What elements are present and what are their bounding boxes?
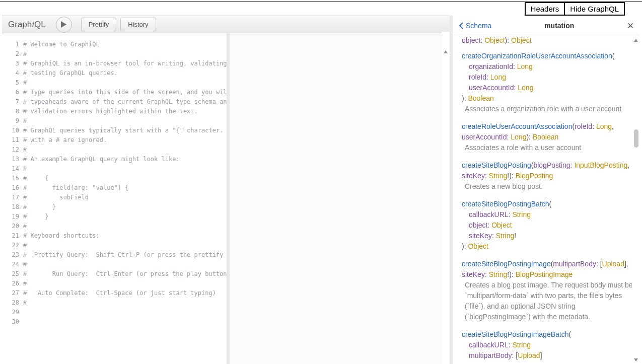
execute-button[interactable] xyxy=(56,17,72,33)
doc-field-desc: Creates a blog post image. The request b… xyxy=(462,280,633,322)
doc-scrollbar[interactable] xyxy=(632,36,640,364)
doc-close-button[interactable]: ✕ xyxy=(627,21,634,31)
doc-field-desc: Associates a organization role with a us… xyxy=(462,104,633,114)
doc-field[interactable]: createRoleUserAccountAssociation(roleId:… xyxy=(462,121,633,153)
play-icon xyxy=(61,21,66,28)
prettify-button[interactable]: Prettify xyxy=(81,18,116,31)
history-button[interactable]: History xyxy=(120,18,156,31)
doc-field-desc: Associates a role with a user account xyxy=(462,142,633,153)
doc-field[interactable]: object: Object): Object xyxy=(462,36,633,46)
result-viewer xyxy=(230,33,450,364)
query-editor[interactable]: 1234567891011121314151617181920212223242… xyxy=(2,33,230,364)
query-code-area[interactable]: # Welcome to GraphiQL## GraphiQL is an i… xyxy=(23,33,227,364)
doc-field[interactable]: createOrganizationRoleUserAccountAssocia… xyxy=(462,51,633,114)
doc-field[interactable]: createSiteBlogPostingBatch( callbackURL:… xyxy=(462,199,633,252)
line-gutter: 1234567891011121314151617181920212223242… xyxy=(2,33,23,364)
editor-scrollbar[interactable] xyxy=(442,32,450,364)
scroll-up-icon[interactable] xyxy=(633,37,639,43)
doc-field[interactable]: createSiteBlogPostingImageBatch( callbac… xyxy=(462,329,633,361)
graphiql-logo: GraphiQL xyxy=(8,20,46,30)
doc-back-button[interactable]: Schema xyxy=(459,22,491,30)
chevron-left-icon xyxy=(459,22,463,29)
doc-field-desc: Creates a new blog post. xyxy=(462,181,633,192)
doc-title: mutation xyxy=(544,22,574,30)
hide-graphql-button[interactable]: Hide GraphQL xyxy=(564,2,625,16)
headers-button[interactable]: Headers xyxy=(525,2,565,16)
doc-field[interactable]: createSiteBlogPosting(blogPosting: Input… xyxy=(462,160,633,192)
scroll-up-icon[interactable] xyxy=(443,49,449,55)
scroll-down-icon[interactable] xyxy=(633,357,639,363)
doc-explorer: Schema mutation ✕ object: Object): Objec… xyxy=(453,16,640,364)
doc-field[interactable]: createSiteBlogPostingImage(multipartBody… xyxy=(462,259,633,322)
graphiql-toolbar: GraphiQL Prettify History xyxy=(2,16,450,33)
scrollbar-thumb[interactable] xyxy=(634,129,638,148)
